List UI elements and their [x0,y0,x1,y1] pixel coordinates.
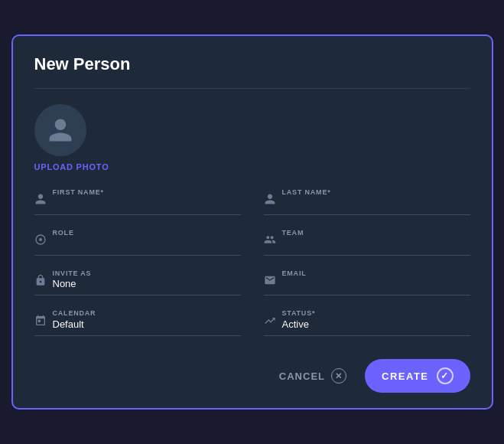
cancel-button[interactable]: CANCEL ✕ [270,362,356,390]
divider [34,88,470,89]
role-label: ROLE [53,229,241,237]
role-field[interactable]: ROLE [34,229,241,256]
cancel-label: CANCEL [279,371,325,382]
avatar[interactable] [34,104,86,156]
team-icon [264,233,276,246]
status-label: STATUS* [282,309,470,318]
person-icon-2 [264,193,276,205]
check-icon: ✓ [437,367,454,384]
lock-icon [34,274,47,286]
calendar-icon [34,315,47,327]
last-name-value [282,196,470,210]
last-name-label: LAST NAME* [282,188,470,197]
dialog-title: New Person [34,54,470,74]
email-icon [264,274,276,286]
role-value [53,237,241,250]
person-icon [34,193,47,205]
email-field[interactable]: EMAIL [264,269,470,296]
new-person-dialog: New Person UPLOAD PHOTO FIRST NAME* [11,34,493,410]
last-name-field[interactable]: LAST NAME* [264,188,470,215]
calendar-label: CALENDAR [53,309,241,318]
first-name-value [53,196,241,210]
invite-as-label: INVITE AS [53,269,241,278]
upload-photo-button[interactable]: UPLOAD PHOTO [34,162,109,171]
team-field[interactable]: TEAM [264,229,470,256]
footer: CANCEL ✕ CREATE ✓ [34,359,470,393]
avatar-section: UPLOAD PHOTO [34,104,470,171]
status-field[interactable]: STATUS* Active [264,309,470,336]
person-icon [47,116,74,144]
invite-as-value: None [53,277,241,291]
team-label: TEAM [282,229,470,237]
role-icon [34,233,47,246]
status-value: Active [282,318,470,331]
calendar-value: Default [53,318,241,331]
status-icon [264,315,276,327]
create-label: CREATE [382,371,428,382]
first-name-label: FIRST NAME* [53,188,241,197]
cancel-x-icon: ✕ [331,368,346,384]
form-grid: FIRST NAME* LAST NAME* [34,188,470,351]
first-name-field[interactable]: FIRST NAME* [34,188,241,215]
email-label: EMAIL [282,269,470,278]
create-button[interactable]: CREATE ✓ [365,359,470,393]
email-value [282,277,470,291]
team-value [282,237,470,250]
svg-point-0 [39,238,42,241]
calendar-field[interactable]: CALENDAR Default [34,309,241,336]
invite-as-field[interactable]: INVITE AS None [34,269,241,296]
